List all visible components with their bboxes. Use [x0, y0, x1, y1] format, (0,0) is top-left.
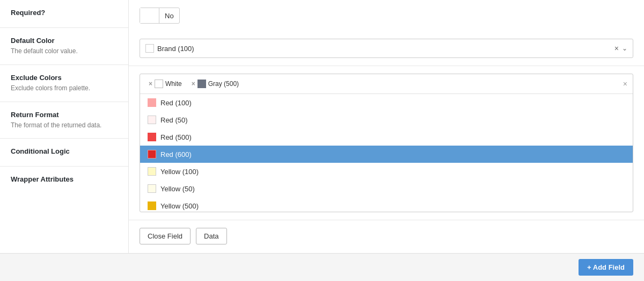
sidebar-label-wrapper-attributes: Wrapper Attributes: [11, 175, 118, 183]
sidebar-label-conditional-logic: Conditional Logic: [11, 147, 118, 155]
tag-white: × White: [145, 78, 185, 89]
label-red600: Red (600): [160, 150, 192, 158]
dropdown-item-yellow500[interactable]: Yellow (500): [140, 197, 633, 212]
tag-gray500-swatch: [197, 80, 206, 88]
sidebar-label-return-format: Return Format: [11, 111, 118, 119]
sidebar-desc-return-format: The format of the returned data.: [11, 121, 118, 130]
label-red100: Red (100): [160, 99, 192, 107]
default-color-swatch: [145, 44, 154, 53]
exclude-colors-select: × White × Gray (500) ×: [140, 74, 633, 212]
default-color-select[interactable]: Brand (100) × ⌄: [140, 39, 633, 58]
dropdown-item-red600[interactable]: Red (600): [140, 146, 633, 163]
clear-all-button[interactable]: ×: [623, 80, 627, 88]
sidebar-row-wrapper-attributes: Wrapper Attributes: [0, 167, 128, 194]
sidebar-row-return-format: Return Format The format of the returned…: [0, 102, 128, 139]
tag-gray500: × Gray (500): [188, 78, 242, 89]
multi-select-top: × White × Gray (500) ×: [140, 74, 633, 93]
data-button[interactable]: Data: [196, 228, 226, 244]
swatch-red100: [148, 98, 156, 107]
sidebar: Required? Default Color The default colo…: [0, 0, 129, 258]
label-red500: Red (500): [160, 133, 192, 141]
sidebar-row-required: Required?: [0, 0, 128, 28]
dropdown-list: Red (100) Red (50) Red (500): [140, 93, 633, 212]
sidebar-label-default-color: Default Color: [11, 37, 118, 45]
label-yellow100: Yellow (100): [160, 168, 199, 176]
main-content: Required? Default Color The default colo…: [0, 0, 644, 258]
add-field-button[interactable]: + Add Field: [579, 259, 633, 276]
sidebar-label-required: Required?: [11, 9, 118, 17]
dropdown-item-red500[interactable]: Red (500): [140, 128, 633, 146]
label-yellow50: Yellow (50): [160, 185, 195, 193]
footer-buttons: Close Field Data: [129, 220, 644, 252]
bottom-bar: + Add Field: [0, 253, 644, 281]
label-red50: Red (50): [160, 116, 188, 124]
swatch-red50: [148, 116, 156, 124]
dropdown-item-yellow100[interactable]: Yellow (100): [140, 163, 633, 180]
close-field-button[interactable]: Close Field: [140, 228, 191, 244]
tag-gray500-close[interactable]: ×: [192, 80, 195, 88]
tag-white-swatch: [155, 80, 163, 88]
tag-white-label: White: [165, 80, 182, 88]
tag-white-close[interactable]: ×: [149, 80, 152, 88]
toggle-inner: [140, 8, 159, 23]
toggle-label: No: [159, 12, 179, 20]
swatch-yellow500: [148, 201, 156, 210]
swatch-red600: [148, 150, 156, 158]
sidebar-label-exclude-colors: Exclude Colors: [11, 74, 118, 82]
content-area: No Brand (100) × ⌄: [129, 0, 644, 258]
sidebar-row-exclude-colors: Exclude Colors Exclude colors from palet…: [0, 65, 128, 102]
exclude-section: × White × Gray (500) ×: [129, 66, 644, 220]
dropdown-item-red100[interactable]: Red (100): [140, 94, 633, 111]
default-color-label: Brand (100): [157, 45, 194, 53]
swatch-yellow100: [148, 167, 156, 176]
sidebar-row-conditional-logic: Conditional Logic: [0, 139, 128, 167]
label-yellow500: Yellow (500): [160, 202, 199, 210]
clear-default-icon[interactable]: ×: [614, 44, 619, 53]
required-toggle[interactable]: No: [140, 8, 180, 24]
select-box-left: Brand (100): [145, 44, 194, 53]
sidebar-desc-default-color: The default color value.: [11, 47, 118, 56]
swatch-red500: [148, 133, 156, 141]
chevron-down-icon: ⌄: [622, 45, 627, 52]
required-section: No: [129, 0, 644, 31]
select-box-right: × ⌄: [614, 44, 627, 53]
sidebar-row-default-color: Default Color The default color value.: [0, 28, 128, 65]
default-color-section: Brand (100) × ⌄: [129, 31, 644, 66]
sidebar-desc-exclude-colors: Exclude colors from palette.: [11, 84, 118, 93]
tag-gray500-label: Gray (500): [208, 80, 239, 88]
dropdown-item-red50[interactable]: Red (50): [140, 111, 633, 128]
swatch-yellow50: [148, 184, 156, 193]
dropdown-item-yellow50[interactable]: Yellow (50): [140, 180, 633, 197]
page-wrapper: Required? Default Color The default colo…: [0, 0, 644, 281]
